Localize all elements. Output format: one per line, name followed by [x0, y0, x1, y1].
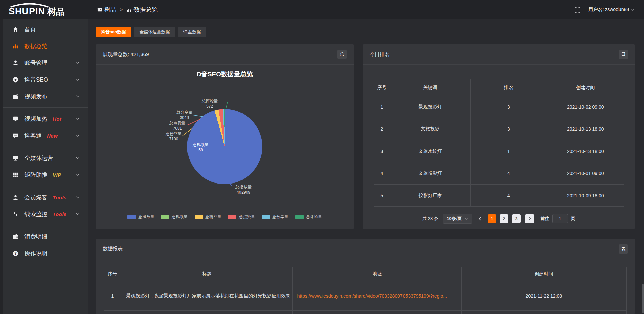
chart-legend: 总播放量总视频量总粉丝量总点赞量总分享量总评论量: [96, 214, 354, 220]
fullscreen-icon[interactable]: [575, 7, 580, 13]
chevron-down-icon: [631, 8, 635, 12]
legend-item-4[interactable]: 总分享量: [262, 214, 288, 220]
tab-2[interactable]: 询盘数据: [178, 27, 206, 37]
goto-label: 前往: [541, 216, 549, 222]
chevron-down-icon: [76, 117, 80, 121]
legend-label: 总视频量: [172, 214, 188, 220]
sidebar-item-5[interactable]: 视频加热Hot: [0, 110, 88, 127]
legend-swatch: [228, 215, 236, 219]
legend-item-0[interactable]: 总播放量: [127, 214, 154, 220]
sidebar-item-label: 首页: [24, 25, 36, 33]
next-page-button[interactable]: [525, 214, 534, 223]
breadcrumb: 树品 > 数据总览: [97, 6, 158, 14]
legend-label: 总粉丝量: [205, 214, 221, 220]
wallet-icon: [12, 233, 19, 240]
legend-label: 总评论量: [306, 214, 322, 220]
breadcrumb-root[interactable]: 树品: [97, 6, 116, 14]
sidebar-item-4[interactable]: 视频发布: [0, 88, 88, 105]
page-button-1[interactable]: 1: [488, 214, 496, 223]
chevron-down-icon: [76, 77, 80, 82]
sidebar-item-9[interactable]: 会员爆客Tools: [0, 189, 88, 206]
board-icon: [12, 115, 19, 122]
question-icon: ?: [12, 250, 19, 257]
breadcrumb-current: 数据总览: [126, 6, 158, 14]
column-header: 创建时间: [462, 267, 627, 281]
scrollbar-thumb[interactable]: [642, 284, 644, 313]
legend-swatch: [195, 215, 203, 219]
goto-page-input[interactable]: [552, 214, 568, 223]
sidebar-item-10[interactable]: 线索监控Tools: [0, 206, 88, 222]
username-label: 用户名: zswodun88: [588, 7, 629, 13]
chart-icon: [12, 43, 19, 49]
chevron-down-icon: [76, 212, 80, 216]
table-row: 1景观投影灯32021-10-02 09:00: [374, 96, 624, 118]
sidebar-item-label: 视频发布: [24, 93, 47, 100]
pie-label-videos: 总视频量58: [193, 142, 209, 153]
report-badge[interactable]: 表: [619, 244, 628, 254]
sidebar-item-label: 消费明细: [24, 233, 47, 241]
sidebar-item-6[interactable]: 抖客通New: [0, 127, 88, 144]
table-cell: 文旅投影灯: [390, 162, 471, 185]
page-size-select[interactable]: 10条/页: [443, 214, 472, 224]
sidebar-divider: [0, 225, 88, 225]
data-tabs: 抖音seo数据全媒体运营数据询盘数据: [96, 27, 635, 37]
legend-swatch: [161, 215, 169, 219]
sidebar-item-badge: Tools: [53, 211, 67, 217]
column-header: 标题: [121, 267, 293, 281]
sidebar-item-badge: New: [47, 133, 58, 139]
sidebar-item-label: 全媒体运营: [24, 154, 53, 162]
table-cell: 2021-10-01 09:00: [547, 162, 624, 185]
legend-label: 总播放量: [138, 214, 154, 220]
sidebar-item-3[interactable]: 抖音SEO: [0, 71, 88, 88]
top-header: SHUPIN 树品 树品 > 数据总览 用户名: zswodun88: [0, 0, 644, 19]
sidebar-item-12[interactable]: ?操作说明: [0, 245, 88, 262]
sidebar-divider: [0, 147, 88, 147]
ranking-badge[interactable]: 日: [619, 50, 628, 59]
sidebar-item-label: 抖音SEO: [24, 76, 48, 84]
table-cell: 2: [374, 118, 390, 140]
sidebar-item-8[interactable]: 矩阵助推VIP: [0, 166, 88, 183]
table-cell: 2021-10-09 18:00: [547, 185, 624, 207]
sidebar-item-7[interactable]: 全媒体运营: [0, 150, 88, 166]
report-panel: 数据报表 表 序号标题地址创建时间1景观投影灯，夜游景观投影灯厂家展示展示落花灯…: [96, 239, 635, 314]
sidebar-item-0[interactable]: 首页: [0, 21, 88, 38]
sidebar-item-1[interactable]: 数据总览: [0, 38, 88, 54]
pie-chart: D音SEO数据量总览 总评论量572 总分享量3049: [96, 65, 354, 229]
grid-icon: [12, 171, 19, 178]
table-row: 5投影灯厂家42021-10-09 18:00: [374, 185, 624, 207]
pie-label-fans: 总粉丝量7100: [166, 131, 182, 142]
bar-chart-icon: [126, 7, 131, 12]
table-cell: 4: [471, 162, 547, 185]
tab-0[interactable]: 抖音seo数据: [96, 27, 131, 37]
table-cell: 2021-10-13 18:00: [547, 118, 624, 140]
sidebar-item-2[interactable]: 账号管理: [0, 54, 88, 71]
legend-item-3[interactable]: 总点赞量: [228, 214, 255, 220]
legend-item-1[interactable]: 总视频量: [161, 214, 188, 220]
scrollbar[interactable]: [641, 19, 644, 314]
table-row-partial: [104, 311, 627, 314]
gear-icon: [12, 76, 19, 83]
page-button-3[interactable]: 3: [512, 214, 521, 223]
tab-1[interactable]: 全媒体运营数据: [134, 27, 175, 37]
page-button-2[interactable]: 2: [500, 214, 508, 223]
sidebar-item-badge: Tools: [53, 195, 67, 200]
legend-label: 总分享量: [272, 214, 288, 220]
ranking-table: 序号关键词排名创建时间1景观投影灯32021-10-02 09:002文旅投影3…: [374, 79, 624, 207]
user-menu[interactable]: 用户名: zswodun88: [588, 7, 635, 13]
app-window-icon: [97, 7, 102, 12]
sidebar-nav: 首页数据总览账号管理抖音SEO视频发布视频加热Hot抖客通New全媒体运营矩阵助…: [0, 19, 88, 314]
overview-panel: 展现量总数: 421,369 总 D音SEO数据量总览 总评论量572: [96, 44, 354, 229]
chat-icon: [12, 132, 19, 139]
sidebar-item-11[interactable]: 消费明细: [0, 228, 88, 245]
table-cell: 3: [471, 118, 547, 140]
page-buttons: 123: [488, 214, 521, 223]
table-cell-link[interactable]: https://www.iesdouyin.com/share/video/70…: [293, 281, 461, 311]
table-cell: 3: [471, 96, 547, 118]
sidebar-item-label: 线索监控: [24, 210, 47, 218]
legend-item-5[interactable]: 总评论量: [295, 214, 322, 220]
table-cell: 景观投影灯: [390, 96, 471, 118]
overview-badge[interactable]: 总: [337, 50, 347, 59]
table-cell: 文旅投影: [390, 118, 471, 140]
legend-item-2[interactable]: 总粉丝量: [195, 214, 221, 220]
prev-page-button[interactable]: [477, 217, 483, 221]
